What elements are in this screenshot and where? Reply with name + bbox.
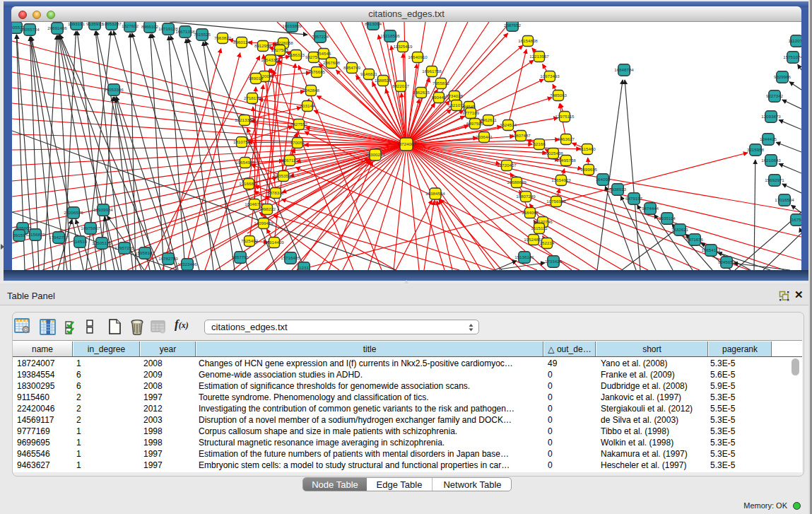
svg-text:2036441: 2036441: [476, 134, 493, 139]
svg-text:9734028: 9734028: [446, 93, 464, 98]
svg-text:16543362: 16543362: [261, 57, 281, 62]
svg-text:20206576: 20206576: [64, 210, 83, 215]
svg-text:10807487: 10807487: [511, 133, 531, 138]
svg-text:803144: 803144: [300, 103, 315, 108]
svg-text:17016504: 17016504: [775, 197, 794, 202]
svg-text:2935114: 2935114: [659, 216, 676, 221]
svg-text:10654112: 10654112: [701, 247, 721, 252]
svg-text:990443: 990443: [432, 95, 447, 100]
svg-text:10025438: 10025438: [543, 151, 563, 156]
svg-text:1244415: 1244415: [760, 136, 777, 141]
svg-text:9699695: 9699695: [580, 167, 598, 172]
svg-text:1362615: 1362615: [413, 90, 430, 95]
svg-text:8413094: 8413094: [365, 22, 382, 26]
svg-text:12975115: 12975115: [555, 114, 575, 119]
svg-text:8822017: 8822017: [392, 83, 410, 88]
svg-text:16640910: 16640910: [408, 54, 428, 59]
svg-text:16848784: 16848784: [614, 67, 634, 72]
svg-text:7515525: 7515525: [194, 32, 211, 37]
svg-text:8454749: 8454749: [343, 65, 361, 70]
svg-text:15136141: 15136141: [514, 255, 534, 259]
svg-text:5878332: 5878332: [267, 190, 285, 195]
svg-text:16961758: 16961758: [422, 69, 442, 74]
svg-text:1810752: 1810752: [233, 139, 251, 144]
svg-text:9184067: 9184067: [522, 210, 539, 215]
svg-text:12213967: 12213967: [529, 54, 549, 59]
svg-text:170051: 170051: [290, 140, 305, 145]
svg-text:10975867: 10975867: [81, 226, 100, 230]
svg-text:8912954: 8912954: [254, 43, 272, 48]
svg-text:12213382: 12213382: [235, 117, 254, 122]
svg-text:9242848: 9242848: [302, 88, 320, 93]
svg-text:7625402: 7625402: [241, 238, 259, 243]
svg-text:1093191: 1093191: [68, 22, 86, 26]
svg-text:7663822: 7663822: [214, 35, 232, 40]
svg-text:12323446: 12323446: [177, 262, 197, 267]
svg-text:154546: 154546: [317, 51, 331, 56]
svg-text:3267110: 3267110: [281, 158, 298, 163]
svg-text:8471676: 8471676: [686, 237, 704, 242]
svg-text:8427552: 8427552: [290, 122, 308, 127]
svg-text:16210643: 16210643: [761, 158, 781, 163]
svg-text:7632621: 7632621: [671, 227, 689, 232]
svg-text:16671358: 16671358: [175, 29, 195, 34]
svg-text:1112074: 1112074: [788, 38, 801, 43]
svg-text:9115460: 9115460: [579, 146, 596, 151]
svg-text:18353594: 18353594: [273, 173, 293, 178]
svg-text:2718170: 2718170: [244, 95, 261, 100]
svg-text:989014: 989014: [249, 76, 264, 81]
svg-text:2827503: 2827503: [271, 47, 289, 52]
svg-text:12093873: 12093873: [761, 114, 781, 119]
svg-text:3498222: 3498222: [259, 206, 276, 211]
svg-text:9329966: 9329966: [774, 74, 792, 79]
svg-text:19654932: 19654932: [235, 160, 255, 165]
svg-text:19218506: 19218506: [380, 33, 400, 38]
svg-text:8938923: 8938923: [609, 187, 627, 192]
svg-text:1588520: 1588520: [375, 78, 392, 83]
svg-text:15751074: 15751074: [783, 54, 801, 59]
svg-text:15716485: 15716485: [281, 255, 300, 260]
svg-text:13654923: 13654923: [551, 177, 571, 182]
svg-text:10756928: 10756928: [546, 199, 566, 204]
svg-text:9245652: 9245652: [718, 259, 736, 264]
svg-text:9146821: 9146821: [360, 71, 378, 76]
svg-text:3624514: 3624514: [500, 122, 517, 127]
svg-text:20691406: 20691406: [47, 25, 67, 30]
svg-text:3676685: 3676685: [308, 69, 326, 74]
svg-text:12939934: 12939934: [93, 207, 113, 212]
svg-text:16914439: 16914439: [264, 240, 284, 245]
svg-text:16782759: 16782759: [158, 256, 178, 261]
svg-text:17942757: 17942757: [49, 235, 69, 240]
svg-text:114519: 114519: [73, 239, 88, 244]
svg-text:12156829: 12156829: [25, 232, 45, 237]
svg-text:10653287: 10653287: [102, 22, 122, 26]
svg-text:8466102: 8466102: [141, 24, 159, 29]
svg-text:9135913: 9135913: [86, 22, 104, 26]
svg-text:2367608: 2367608: [323, 60, 341, 65]
svg-text:1327602: 1327602: [122, 23, 139, 28]
svg-text:9474444: 9474444: [642, 206, 659, 211]
svg-text:14099459: 14099459: [254, 221, 273, 226]
svg-text:10688609: 10688609: [507, 180, 526, 185]
svg-text:9227342: 9227342: [766, 93, 784, 98]
svg-text:19384554: 19384554: [425, 191, 445, 196]
svg-text:164095: 164095: [596, 177, 611, 182]
svg-text:23300273: 23300273: [365, 152, 385, 157]
svg-text:29053346: 29053346: [104, 87, 124, 92]
svg-text:19166822: 19166822: [239, 181, 259, 186]
svg-text:11325419: 11325419: [393, 44, 413, 49]
svg-text:9463627: 9463627: [558, 136, 575, 141]
svg-text:16154808: 16154808: [518, 38, 538, 43]
svg-text:62166: 62166: [533, 141, 546, 146]
svg-text:252214: 252214: [540, 240, 555, 245]
svg-text:17957255: 17957255: [114, 245, 134, 250]
svg-text:18807249: 18807249: [516, 194, 536, 199]
svg-text:1733426: 1733426: [545, 259, 563, 264]
svg-text:7955812: 7955812: [433, 81, 450, 86]
svg-text:6479197: 6479197: [625, 196, 643, 201]
svg-text:9857791: 9857791: [232, 255, 249, 259]
svg-text:1615112: 1615112: [531, 226, 548, 230]
svg-text:16033809: 16033809: [282, 23, 302, 28]
svg-text:15958107: 15958107: [135, 250, 155, 255]
svg-text:15720407: 15720407: [497, 163, 517, 168]
